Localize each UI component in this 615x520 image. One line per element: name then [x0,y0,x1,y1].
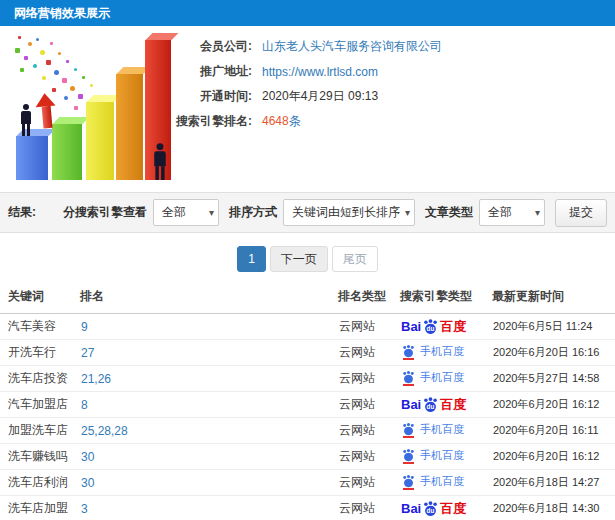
baidu-logo: Bai du 百度 [401,396,466,414]
ranking-count-unit: 条 [289,114,301,128]
rank-link[interactable]: 27 [80,340,338,366]
engine-cell: Bai du 百度 手机百度 [400,340,492,366]
company-label: 会员公司: [168,38,252,55]
updated-cell: 2020年6月20日 16:11 [492,418,615,444]
col-keyword: 关键词 [0,284,80,314]
col-engine-type: 搜索引擎类型 [400,284,492,314]
engine-filter-label: 分搜索引擎查看 [63,204,147,221]
table-row: 洗车赚钱吗 30 云网站 Bai du 百度 手机百度 2020年6月20日 1… [0,444,615,470]
updated-cell: 2020年6月20日 16:16 [492,340,615,366]
baidu-mobile-icon: 手机百度 [401,448,464,463]
col-rank: 排名 [80,284,338,314]
ranking-count-label: 搜索引擎排名: [168,113,252,130]
article-type-select[interactable]: 全部 [479,199,545,226]
info-row-company: 会员公司: 山东老人头汽车服务咨询有限公司 [168,34,442,59]
engine-cell: Bai du 百度 手机百度 [400,418,492,444]
table-row: 加盟洗车店 25,28,28 云网站 Bai du 百度 手机百度 2020年6… [0,418,615,444]
page-button-last[interactable]: 尾页 [332,246,378,272]
submit-button[interactable]: 提交 [555,199,607,227]
pagination: 1 下一页 尾页 [0,246,615,272]
open-time-value: 2020年4月29日 09:13 [262,88,378,105]
filter-bar: 结果: 分搜索引擎查看 全部 排序方式 关键词由短到长排序 文章类型 全部 提交 [0,192,615,233]
engine-cell: Bai du 百度 手机百度 [400,366,492,392]
growth-arrow-icon [41,92,58,128]
mobile-paw-icon [401,474,416,488]
baidu-logo: Bai du 百度 [401,318,466,336]
rank-type-cell: 云网站 [338,366,400,392]
chart-bar-blue [16,136,48,180]
baidu-mobile-icon: 手机百度 [401,344,464,359]
engine-cell: Bai du 百度 手机百度 [400,496,492,520]
engine-cell: Bai du 百度 手机百度 [400,392,492,418]
rank-type-cell: 云网站 [338,314,400,340]
info-row-ranking-count: 搜索引擎排名: 4648条 [168,109,442,134]
page-button-next[interactable]: 下一页 [270,246,328,272]
page-title: 网络营销效果展示 [14,6,110,20]
info-row-open-time: 开通时间: 2020年4月29日 09:13 [168,84,442,109]
svg-text:du: du [427,403,435,410]
rank-type-cell: 云网站 [338,496,400,520]
updated-cell: 2020年6月18日 14:30 [492,496,615,520]
promo-url-label: 推广地址: [168,63,252,80]
engine-cell: Bai du 百度 手机百度 [400,444,492,470]
mobile-paw-icon [401,370,416,384]
keyword-cell: 洗车店加盟 [0,496,80,520]
col-rank-type: 排名类型 [338,284,400,314]
table-row: 洗车店利润 30 云网站 Bai du 百度 手机百度 2020年6月18日 1… [0,470,615,496]
updated-cell: 2020年6月20日 16:12 [492,444,615,470]
keyword-cell: 加盟洗车店 [0,418,80,444]
info-row-url: 推广地址: https://www.lrtlsd.com [168,59,442,84]
svg-text:du: du [427,507,435,514]
keyword-cell: 开洗车行 [0,340,80,366]
mobile-paw-icon [401,422,416,436]
table-row: 洗车店加盟 3 云网站 Bai du 百度 手机百度 2020年6月18日 14… [0,496,615,520]
businessman-figure-right [151,143,169,180]
rank-link[interactable]: 25,28,28 [80,418,338,444]
keyword-cell: 洗车赚钱吗 [0,444,80,470]
rank-link[interactable]: 30 [80,444,338,470]
article-type-label: 文章类型 [425,204,473,221]
col-updated: 最新更新时间 [492,284,615,314]
baidu-logo: Bai du 百度 [401,500,466,518]
result-label: 结果: [8,204,36,221]
company-name-link[interactable]: 山东老人头汽车服务咨询有限公司 [262,38,442,55]
open-time-label: 开通时间: [168,88,252,105]
rank-type-cell: 云网站 [338,418,400,444]
businessman-figure-left [18,104,34,136]
ranking-count-number: 4648 [262,114,289,128]
promo-url-link[interactable]: https://www.lrtlsd.com [262,65,378,79]
rank-link[interactable]: 3 [80,496,338,520]
table-row: 汽车加盟店 8 云网站 Bai du 百度 手机百度 2020年6月20日 16… [0,392,615,418]
rank-link[interactable]: 30 [80,470,338,496]
marketing-growth-illustration [6,30,176,188]
rank-type-cell: 云网站 [338,444,400,470]
rank-type-cell: 云网站 [338,470,400,496]
rank-type-cell: 云网站 [338,392,400,418]
table-row: 汽车美容 9 云网站 Bai du 百度 手机百度 2020年6月5日 11:2… [0,314,615,340]
baidu-paw-icon: du [421,396,440,413]
sort-select[interactable]: 关键词由短到长排序 [283,199,415,226]
rank-link[interactable]: 21,26 [80,366,338,392]
rank-link[interactable]: 9 [80,314,338,340]
baidu-mobile-icon: 手机百度 [401,370,464,385]
page-button-current[interactable]: 1 [237,246,266,272]
keyword-cell: 洗车店投资 [0,366,80,392]
rank-link[interactable]: 8 [80,392,338,418]
baidu-paw-icon: du [421,318,440,335]
header-bar: 网络营销效果展示 [0,0,615,26]
mobile-paw-icon [401,344,416,358]
mobile-paw-icon [401,448,416,462]
keyword-cell: 洗车店利润 [0,470,80,496]
chart-bar-green [52,124,82,180]
updated-cell: 2020年6月20日 16:12 [492,392,615,418]
chart-bar-orange [116,74,143,180]
engine-filter-select[interactable]: 全部 [153,199,219,226]
engine-cell: Bai du 百度 手机百度 [400,314,492,340]
table-row: 开洗车行 27 云网站 Bai du 百度 手机百度 2020年6月20日 16… [0,340,615,366]
baidu-mobile-icon: 手机百度 [401,422,464,437]
baidu-mobile-icon: 手机百度 [401,474,464,489]
info-section: 会员公司: 山东老人头汽车服务咨询有限公司 推广地址: https://www.… [0,26,615,192]
table-header-row: 关键词 排名 排名类型 搜索引擎类型 最新更新时间 [0,284,615,314]
chart-bar-yellow [86,102,114,180]
rank-type-cell: 云网站 [338,340,400,366]
